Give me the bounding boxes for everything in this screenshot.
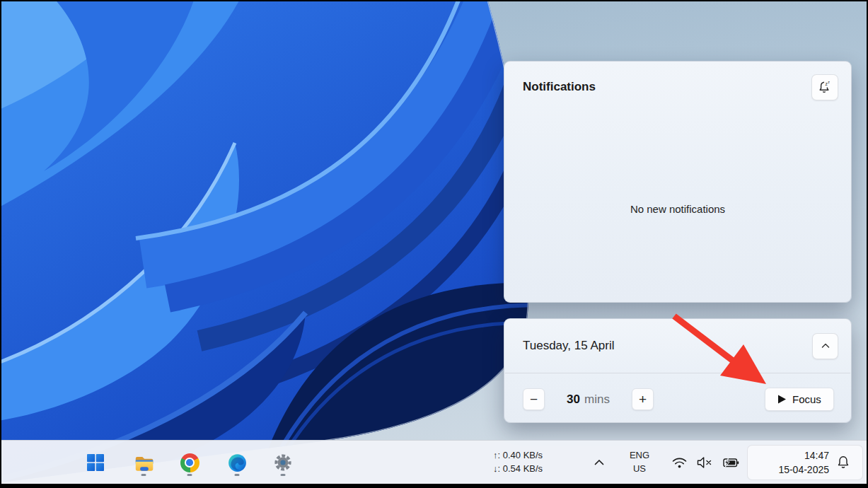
play-icon (777, 395, 786, 404)
focus-minutes-value: 30 (567, 393, 580, 407)
running-indicator (281, 474, 286, 476)
tray-language-switcher[interactable]: ENG US (623, 448, 656, 475)
wifi-icon (671, 455, 688, 470)
notifications-panel: Notifications z z No new notifications (504, 61, 852, 303)
desktop: Notifications z z No new notifications T… (1, 1, 867, 484)
language-code: ENG (623, 448, 656, 462)
taskbar-app-edge[interactable] (221, 447, 253, 478)
minus-icon: − (530, 393, 538, 406)
bell-icon (835, 455, 851, 470)
tray-hidden-icons-button[interactable] (589, 452, 610, 473)
taskbar-app-file-explorer[interactable] (128, 447, 159, 478)
focus-increase-button[interactable]: + (632, 388, 654, 410)
tray-clock-button[interactable]: 14:47 15-04-2025 (747, 445, 863, 480)
tray-network-speed[interactable]: ↑: 0.40 KB/s ↓: 0.54 KB/s (493, 448, 543, 475)
focus-session-row: − 30 mins + Focus (504, 373, 851, 422)
bell-snooze-icon: z z (816, 79, 833, 95)
chevron-up-icon (591, 455, 607, 470)
clock-time: 14:47 (778, 448, 829, 463)
running-indicator (141, 474, 146, 476)
calendar-collapse-button[interactable] (812, 333, 838, 359)
focus-decrease-button[interactable]: − (523, 388, 545, 410)
taskbar: ↑: 0.40 KB/s ↓: 0.54 KB/s ENG US (1, 440, 867, 484)
taskbar-app-settings[interactable] (267, 447, 299, 478)
edge-icon (228, 453, 247, 472)
running-indicator (187, 474, 192, 476)
clock-block: 14:47 15-04-2025 (778, 448, 829, 477)
volume-muted-icon (696, 455, 713, 470)
do-not-disturb-button[interactable]: z z (811, 74, 838, 100)
calendar-header: Tuesday, 15 April (504, 319, 851, 373)
calendar-panel: Tuesday, 15 April − 30 mins + (504, 318, 852, 423)
chevron-up-icon (818, 338, 833, 354)
notifications-title: Notifications (523, 80, 811, 94)
tray-battery-button[interactable] (718, 452, 741, 473)
folder-icon (134, 453, 154, 472)
clock-date: 15-04-2025 (778, 463, 829, 477)
calendar-date-label[interactable]: Tuesday, 15 April (523, 339, 812, 353)
running-indicator (235, 474, 240, 476)
svg-text:z: z (828, 80, 830, 84)
screen-frame: Notifications z z No new notifications T… (0, 0, 868, 488)
focus-start-button[interactable]: Focus (765, 388, 834, 411)
windows-logo-icon (86, 453, 105, 472)
tray-wifi-button[interactable] (668, 452, 690, 473)
network-upload-speed: ↑: 0.40 KB/s (493, 448, 543, 462)
gear-icon (273, 453, 293, 472)
focus-minutes-unit: mins (584, 393, 610, 407)
network-download-speed: ↓: 0.54 KB/s (493, 462, 543, 475)
focus-button-label: Focus (792, 393, 821, 405)
notifications-empty-message: No new notifications (504, 203, 851, 215)
chrome-icon (180, 453, 199, 472)
plus-icon: + (639, 393, 647, 406)
notifications-header: Notifications z z (504, 62, 851, 112)
taskbar-app-chrome[interactable] (174, 447, 205, 478)
battery-charging-icon (719, 456, 739, 469)
tray-volume-muted-button[interactable] (693, 452, 716, 473)
focus-duration-label: 30 mins (545, 388, 632, 410)
start-button[interactable] (80, 447, 111, 478)
language-region: US (623, 462, 656, 475)
